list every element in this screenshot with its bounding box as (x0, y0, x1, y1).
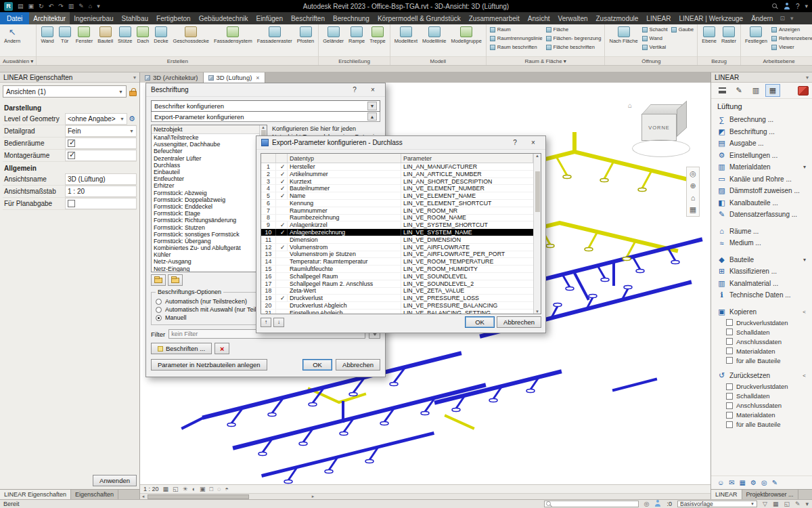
netzobjekt-item[interactable]: Erhitzer (152, 182, 259, 189)
netzobjekt-item[interactable]: Formstück: Enddeckel (152, 203, 259, 210)
netzobjekt-item[interactable]: Befeuchter (152, 148, 259, 154)
ribbon-button[interactable]: Tür (57, 25, 73, 56)
steering-wheel-icon[interactable]: ◎ (690, 169, 696, 178)
ribbon-button[interactable]: Modelllinie (420, 25, 448, 56)
ribbon-small-button[interactable]: Wand (641, 34, 669, 43)
linear-panel-item[interactable]: ◆ Bauteile ▾ (711, 254, 812, 266)
ribbon-tab[interactable]: Stahlbau (118, 12, 152, 24)
ribbon-small-button[interactable]: Fläche (545, 25, 603, 34)
ok-button[interactable]: OK (302, 359, 332, 371)
linear-panel-item[interactable]: ⊞ Klassifizieren ... (711, 266, 812, 278)
dialog-close-icon[interactable]: × (526, 139, 541, 146)
linear-panel-item[interactable]: ⌂ Räume ... (711, 226, 812, 238)
crop-region-icon[interactable]: □ (210, 486, 213, 492)
group-label-raum-flaeche[interactable]: Raum & Fläche ▾ (487, 56, 605, 65)
ribbon-tab[interactable]: Zusatzmodule (592, 12, 643, 24)
netzobjekt-item[interactable]: Formstück: Etage (152, 210, 259, 217)
lock-icon[interactable] (129, 91, 137, 96)
table-row[interactable]: 1 ✓ Hersteller LIN_AN_MANUFACTURER (261, 163, 533, 171)
temporary-isolate-icon[interactable]: ◓ (225, 486, 228, 492)
row-check-icon[interactable]: ✓ (278, 171, 287, 177)
ribbon-small-button[interactable]: Raumtrennungslinie (489, 34, 544, 43)
status-search-input[interactable] (544, 501, 639, 507)
level-button[interactable]: Ebene (700, 25, 719, 56)
zoom-icon[interactable]: ⊕ (690, 182, 696, 190)
home-icon[interactable]: ⌂ (628, 102, 632, 109)
table-row[interactable]: 7 ✓ Raumnummer LIN_VE_ROOM_NR (261, 207, 533, 215)
bedienraeume-checkbox[interactable] (68, 140, 75, 147)
row-check-icon[interactable]: ✓ (278, 192, 287, 199)
panel-tab[interactable]: Eigenschaften (71, 490, 118, 499)
horizontal-scrollbar[interactable]: ◂ ▸ (140, 493, 710, 499)
view-type-selector[interactable]: Ansichten (1) ▼ (3, 85, 127, 98)
ribbon-button[interactable]: Bauteil (95, 25, 115, 56)
ribbon-small-button[interactable]: Raum (489, 25, 544, 34)
ribbon-small-button[interactable]: Flächen- begrenzung (545, 34, 603, 43)
detail-level-select[interactable]: Fein▼ (65, 125, 137, 137)
dialog-help-icon[interactable]: ? (508, 139, 522, 146)
linear-panel-item[interactable]: Druckverlustdaten (711, 382, 812, 391)
table-row[interactable]: 5 ✓ Name LIN_VE_ELEMENT_NAME (261, 192, 533, 200)
item-checkbox[interactable] (726, 329, 733, 335)
netzobjekt-item[interactable]: Dezentraler Lüfter (152, 155, 259, 162)
ribbon-tab[interactable]: Verwalten (554, 12, 592, 24)
ribbon-button[interactable]: Wand (39, 25, 55, 56)
ribbon-button[interactable]: Geschossdecke (171, 25, 211, 56)
dialog-title-bar[interactable]: Beschriftung ? × (146, 83, 385, 97)
table-row[interactable]: 12 ✓ Volumenstrom LIN_VE_AIRFLOWRATE (261, 244, 533, 251)
item-checkbox[interactable] (726, 383, 733, 390)
linear-panel-item[interactable]: Materialdaten (711, 410, 812, 420)
users-icon[interactable]: ☺ (717, 479, 724, 486)
ribbon-small-button[interactable]: Fläche beschriften (545, 43, 603, 51)
table-row[interactable]: 20 ✓ Druckverlust Abgleich LIN_VE_PRESSU… (261, 302, 533, 310)
trade-mode-label[interactable]: Lüftung (711, 99, 812, 112)
apply-button[interactable]: Anwenden (93, 475, 137, 486)
ribbon-button[interactable]: Treppe (367, 25, 388, 56)
netzobjekt-item[interactable]: Formstück: Abzweig (152, 190, 259, 196)
planabgabe-checkbox[interactable] (68, 200, 75, 207)
status-dropdown-icon[interactable]: ▾ (805, 501, 809, 507)
table-row[interactable]: 19 ✓ Druckverlust LIN_VE_PRESSURE_LOSS (261, 295, 533, 302)
gear-icon[interactable]: ⚙ (127, 113, 137, 125)
save-config-button[interactable] (168, 274, 183, 286)
ribbon-button[interactable]: Geländer (321, 25, 346, 56)
row-check-icon[interactable]: ✓ (278, 221, 287, 228)
ribbon-small-button[interactable]: Schacht (641, 25, 669, 34)
item-checkbox[interactable] (726, 319, 733, 326)
netzobjekt-item[interactable]: Durchlass (152, 162, 259, 169)
dialog-help-icon[interactable]: ? (347, 86, 362, 93)
panel-tab[interactable]: LINEAR Eigenschaften (0, 490, 71, 499)
design-option-select[interactable]: Basisvorlage ▼ (677, 501, 757, 507)
view-scale-field[interactable]: 1 : 20 (65, 186, 137, 197)
netzobjekt-item[interactable]: Formstück: sonstiges Formstück (152, 231, 259, 238)
row-check-icon[interactable]: ✓ (278, 163, 287, 170)
edit-mode-icon[interactable]: ✎ (731, 84, 746, 97)
ribbon-tab[interactable]: Ingenieurbau (70, 12, 117, 24)
settings-icon[interactable]: ⚙ (750, 479, 757, 486)
print-icon[interactable]: ▥ (68, 3, 74, 9)
modify-button[interactable]: ↖ Ändern (2, 25, 22, 56)
ribbon-button[interactable]: Modellgruppe (449, 25, 483, 56)
ribbon-button[interactable]: Pfosten (295, 25, 316, 56)
ribbon-small-button[interactable]: Gaube (670, 25, 696, 34)
ribbon-tab[interactable]: LINEAR | Werkzeuge (675, 12, 747, 24)
table-row[interactable]: 14 ✓ Temperatur: Raumtemperatur LIN_VE_R… (261, 258, 533, 266)
table-row[interactable]: 10 ✓ Anlagenbezeichnung LIN_VE_SYSTEM_NA… (261, 229, 533, 236)
netzobjekt-item[interactable]: Kühler (152, 251, 259, 258)
load-config-button[interactable] (151, 274, 166, 286)
create-parameters-button[interactable]: Parameter in Netzbauteilen anlegen (151, 359, 267, 371)
linear-live-icon[interactable] (798, 86, 809, 96)
netzobjekt-item[interactable]: Aussengitter, Dachhaube (152, 141, 259, 148)
netzobjekt-item[interactable]: Netz-Ausgang (152, 258, 259, 265)
scrollbar-thumb[interactable] (148, 494, 249, 499)
qat-dropdown-icon[interactable]: ▾ (97, 3, 100, 9)
search-icon[interactable] (772, 3, 778, 9)
target-icon[interactable]: ◎ (761, 479, 767, 486)
ribbon-tab[interactable]: Ansicht (524, 12, 554, 24)
section-darstellung[interactable]: Darstellung (3, 102, 137, 113)
linear-panel-item[interactable]: ▨ Dämmstoff zuweisen ... (711, 185, 812, 197)
row-check-icon[interactable]: ✓ (278, 244, 287, 251)
view-name-field[interactable]: 3D (Lüftung) (65, 173, 137, 185)
linear-panel-item[interactable]: ∑ Berechnung ... (711, 114, 812, 126)
linear-panel-item[interactable]: ▤ Ausgabe ... (711, 137, 812, 150)
